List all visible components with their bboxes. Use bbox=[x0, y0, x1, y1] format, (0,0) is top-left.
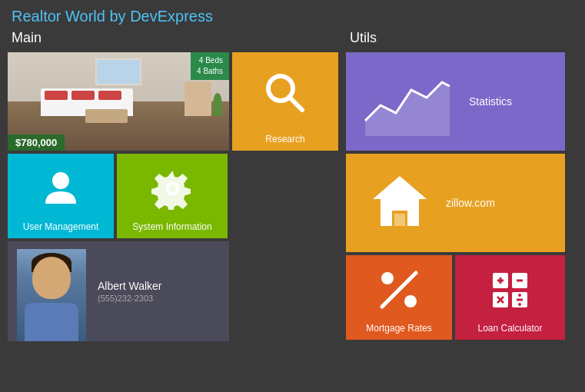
price-badge: $780,000 bbox=[8, 135, 65, 151]
statistics-label: Statistics bbox=[469, 95, 512, 108]
user-management-tile[interactable]: User Management bbox=[8, 154, 114, 238]
person-info: Albert Walker (555)232-2303 bbox=[98, 280, 162, 303]
percent-icon bbox=[376, 267, 422, 313]
svg-point-9 bbox=[404, 295, 417, 307]
person-face bbox=[32, 257, 71, 299]
zillow-tile[interactable]: zillow.com bbox=[346, 154, 565, 252]
svg-rect-3 bbox=[55, 196, 67, 204]
beds-badge: 4 Beds 4 Baths bbox=[191, 52, 229, 80]
main-section: Main bbox=[8, 30, 338, 341]
plant bbox=[213, 93, 222, 116]
user-icon bbox=[42, 168, 80, 207]
user-management-label: User Management bbox=[8, 221, 114, 232]
cushion-1 bbox=[45, 91, 68, 100]
property-tile[interactable]: 4 Beds 4 Baths $780,000 bbox=[8, 52, 229, 151]
research-tile[interactable]: Research bbox=[232, 52, 338, 151]
main-tiles-grid: 4 Beds 4 Baths $780,000 Research bbox=[8, 52, 338, 341]
system-information-label: System Information bbox=[117, 221, 228, 232]
gear-icon bbox=[151, 168, 194, 210]
utils-tiles-grid: Statistics zillow.com bbox=[346, 52, 577, 340]
main-section-title: Main bbox=[8, 30, 338, 46]
main-row-1: 4 Beds 4 Baths $780,000 Research bbox=[8, 52, 338, 151]
svg-rect-7 bbox=[394, 214, 405, 226]
mortgage-tile[interactable]: Mortgage Rates bbox=[346, 255, 452, 340]
coffee-table bbox=[85, 109, 128, 123]
person-name: Albert Walker bbox=[98, 280, 162, 292]
cabinet bbox=[184, 81, 211, 116]
house-icon bbox=[369, 172, 430, 234]
loan-calculator-label: Loan Calculator bbox=[455, 323, 565, 334]
statistics-chart bbox=[357, 67, 457, 136]
person-photo bbox=[17, 249, 86, 341]
cushion-2 bbox=[71, 91, 95, 100]
search-icon bbox=[262, 70, 308, 116]
main-row-3: Albert Walker (555)232-2303 bbox=[8, 241, 338, 341]
svg-point-22 bbox=[518, 303, 521, 306]
room-window bbox=[95, 58, 141, 85]
statistics-tile[interactable]: Statistics bbox=[346, 52, 565, 151]
person-tile[interactable]: Albert Walker (555)232-2303 bbox=[8, 241, 229, 341]
svg-point-8 bbox=[381, 272, 394, 284]
mortgage-label: Mortgage Rates bbox=[346, 323, 452, 334]
svg-point-21 bbox=[518, 294, 521, 297]
research-label: Research bbox=[232, 134, 338, 145]
utils-section: Utils Statistics zillow.com bbox=[346, 30, 577, 341]
zillow-label: zillow.com bbox=[446, 197, 495, 209]
calculator-icon bbox=[489, 269, 531, 311]
utils-row-bottom: Mortgage Rates bbox=[346, 255, 577, 340]
main-row-2: User Management System Information bbox=[8, 154, 338, 238]
svg-point-2 bbox=[52, 172, 69, 189]
cushion-3 bbox=[98, 91, 121, 100]
app-title: Realtor World by DevExpress bbox=[0, 0, 585, 30]
utils-section-title: Utils bbox=[346, 30, 577, 46]
loan-calculator-tile[interactable]: Loan Calculator bbox=[455, 255, 565, 340]
svg-line-1 bbox=[289, 97, 302, 110]
system-information-tile[interactable]: System Information bbox=[117, 154, 228, 238]
person-body bbox=[25, 303, 78, 341]
person-phone: (555)232-2303 bbox=[98, 294, 162, 303]
